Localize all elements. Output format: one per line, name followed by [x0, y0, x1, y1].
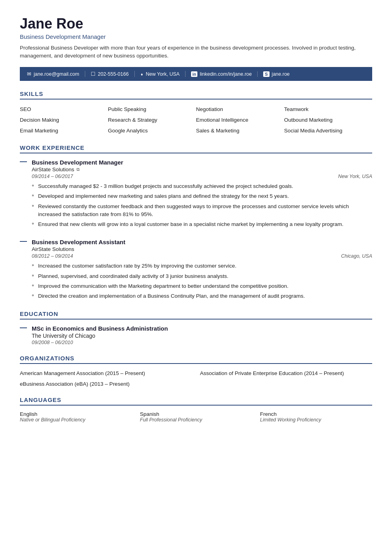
- skill-item: Public Speaking: [108, 105, 196, 113]
- job-bullet: Successfully managed $2 - 3 million budg…: [32, 182, 372, 190]
- languages-section: LANGUAGES EnglishNative or Bilingual Pro…: [20, 396, 372, 423]
- org-item: Association of Private Enterprise Educat…: [200, 369, 373, 377]
- location-icon: ⬧: [140, 71, 143, 77]
- languages-grid: EnglishNative or Bilingual ProficiencySp…: [20, 411, 372, 423]
- org-single: eBusiness Association (eBA) (2013 – Pres…: [20, 381, 372, 387]
- lang-level: Full Professional Proficiency: [140, 417, 252, 423]
- organizations-section: ORGANIZATIONS American Management Associ…: [20, 355, 372, 387]
- skills-section: SKILLS SEOPublic SpeakingNegotiationTeam…: [20, 90, 372, 135]
- job-company: AirState Solutions: [32, 246, 372, 252]
- job-bullet: Improved the communication with the Mark…: [32, 282, 372, 290]
- jobs-list: Business Development ManagerAirState Sol…: [20, 159, 372, 300]
- skill-item: Teamwork: [284, 105, 372, 113]
- contact-phone: ☐ 202-555-0166: [85, 71, 135, 77]
- job-location: Chicago, USA: [341, 253, 372, 259]
- skill-item: Outbound Marketing: [284, 116, 372, 124]
- lang-level: Native or Bilingual Proficiency: [20, 417, 132, 423]
- education-list: MSc in Economics and Business Administra…: [20, 325, 372, 345]
- job-dates: 09/2014 – 06/2017: [32, 174, 73, 179]
- job-block: Business Development AssistantAirState S…: [20, 239, 372, 300]
- resume-summary: Professional Business Developer with mor…: [20, 44, 361, 60]
- resume-title: Business Development Manager: [20, 33, 372, 40]
- job-meta: 08/2012 – 09/2014Chicago, USA: [32, 253, 372, 259]
- external-link-icon[interactable]: ⧉: [76, 167, 80, 172]
- skill-item: Negotiation: [196, 105, 284, 113]
- edu-block: MSc in Economics and Business Administra…: [20, 325, 372, 345]
- lang-name: French: [260, 411, 372, 417]
- resume-name: Jane Roe: [20, 16, 372, 32]
- education-title: EDUCATION: [20, 310, 372, 320]
- contact-skype[interactable]: S jane.roe: [258, 71, 295, 77]
- job-block: Business Development ManagerAirState Sol…: [20, 159, 372, 228]
- contact-location: ⬧ New York, USA: [135, 71, 185, 77]
- education-section: EDUCATION MSc in Economics and Business …: [20, 310, 372, 345]
- job-bullets: Successfully managed $2 - 3 million budg…: [32, 182, 372, 228]
- job-bullet: Ensured that new clients will grow into …: [32, 220, 372, 228]
- lang-name: English: [20, 411, 132, 417]
- skill-item: Emotional Intelligence: [196, 116, 284, 124]
- job-location: New York, USA: [338, 174, 372, 179]
- edu-degree: MSc in Economics and Business Administra…: [32, 325, 372, 332]
- job-bullet: Directed the creation and implementation…: [32, 292, 372, 300]
- contact-linkedin[interactable]: in linkedin.com/in/jane.roe: [185, 71, 258, 77]
- lang-item: EnglishNative or Bilingual Proficiency: [20, 411, 132, 423]
- skill-item: Email Marketing: [20, 126, 108, 135]
- job-bullet: Reviewed constantly the customer feedbac…: [32, 203, 372, 219]
- phone-icon: ☐: [91, 71, 96, 77]
- skill-item: Research & Strategy: [108, 116, 196, 124]
- skills-title: SKILLS: [20, 90, 372, 100]
- job-company: AirState Solutions⧉: [32, 166, 372, 172]
- email-icon: ✉: [27, 71, 31, 77]
- job-bullet: Developed and implemented new marketing …: [32, 192, 372, 200]
- edu-school: The University of Chicago: [32, 333, 372, 339]
- skill-item: Decision Making: [20, 116, 108, 124]
- contact-email[interactable]: ✉ jane.roe@gmail.com: [27, 71, 85, 77]
- organizations-title: ORGANIZATIONS: [20, 355, 372, 364]
- job-title: Business Development Assistant: [32, 239, 372, 245]
- skill-item: Social Media Advertising: [284, 126, 372, 135]
- job-dates: 08/2012 – 09/2014: [32, 253, 73, 259]
- skills-grid: SEOPublic SpeakingNegotiationTeamworkDec…: [20, 105, 372, 135]
- orgs-grid: American Management Association (2015 – …: [20, 369, 372, 377]
- job-bullet: Increased the customer satisfaction rate…: [32, 262, 372, 270]
- skype-icon: S: [263, 71, 269, 77]
- job-bullet: Planned, supervised, and coordinated dai…: [32, 272, 372, 280]
- linkedin-icon: in: [191, 71, 197, 77]
- skill-item: Sales & Marketing: [196, 126, 284, 135]
- languages-title: LANGUAGES: [20, 396, 372, 406]
- job-title: Business Development Manager: [32, 159, 372, 166]
- lang-item: SpanishFull Professional Proficiency: [140, 411, 252, 423]
- work-experience-title: WORK EXPERIENCE: [20, 144, 372, 153]
- lang-level: Limited Working Proficiency: [260, 417, 372, 423]
- edu-dates: 09/2008 – 06/2010: [32, 340, 372, 345]
- skill-item: SEO: [20, 105, 108, 113]
- lang-name: Spanish: [140, 411, 252, 417]
- skill-item: Google Analytics: [108, 126, 196, 135]
- org-item: American Management Association (2015 – …: [20, 369, 192, 377]
- work-experience-section: WORK EXPERIENCE Business Development Man…: [20, 144, 372, 300]
- lang-item: FrenchLimited Working Proficiency: [260, 411, 372, 423]
- job-bullets: Increased the customer satisfaction rate…: [32, 262, 372, 300]
- job-meta: 09/2014 – 06/2017New York, USA: [32, 174, 372, 179]
- contact-bar: ✉ jane.roe@gmail.com ☐ 202-555-0166 ⬧ Ne…: [20, 67, 372, 81]
